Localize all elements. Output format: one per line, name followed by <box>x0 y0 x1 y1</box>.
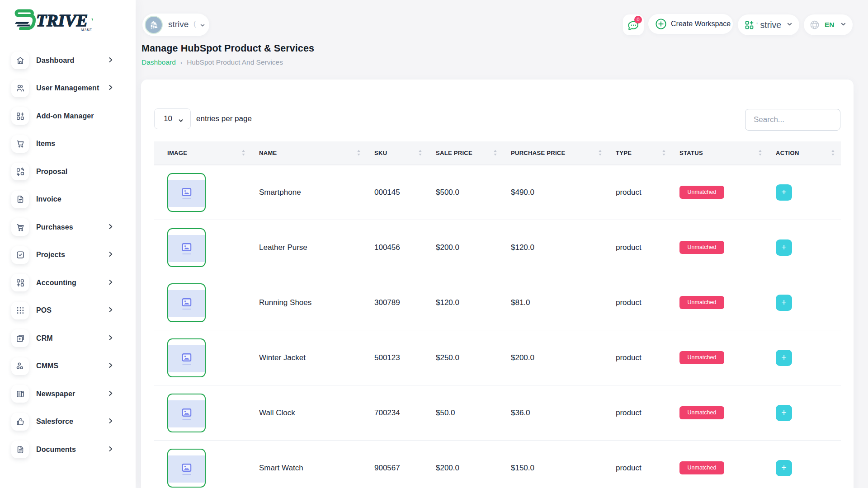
svg-text:TRIVE: TRIVE <box>36 11 88 30</box>
svg-text:MAKE: MAKE <box>80 28 92 32</box>
